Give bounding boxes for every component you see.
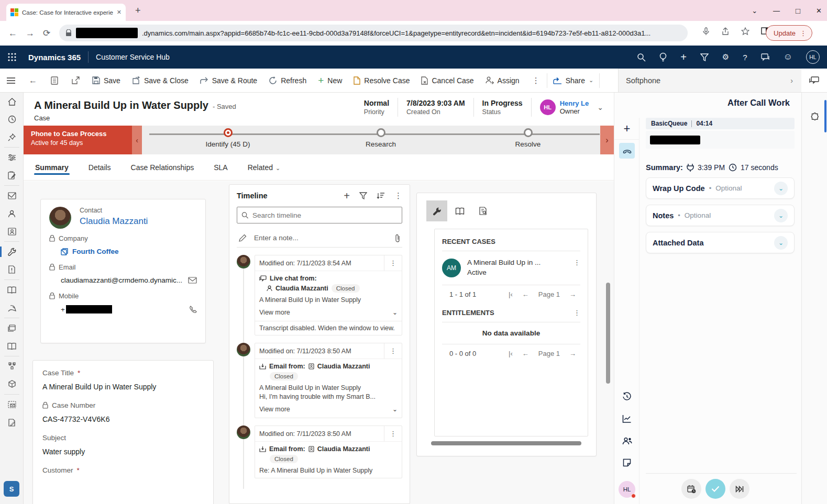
quick-create-plus-icon[interactable]: +	[680, 53, 687, 61]
cancel-case-button[interactable]: Cancel Case	[415, 69, 479, 93]
bpf-stage-dot[interactable]	[524, 128, 533, 137]
sidebar-item-templates[interactable]	[0, 413, 24, 431]
sidebar-item-articles[interactable]	[0, 319, 24, 337]
sidebar-item-dashboards[interactable]	[0, 149, 24, 166]
help-icon[interactable]: ?	[743, 53, 747, 62]
lightbulb-icon[interactable]	[659, 52, 667, 62]
settings-gear-icon[interactable]: ⚙	[722, 52, 729, 62]
chevron-down-icon[interactable]: ⌄	[774, 209, 788, 222]
timeline-sort-icon[interactable]	[377, 192, 385, 199]
timeline-filter-icon[interactable]	[359, 192, 367, 199]
sidebar-item-products[interactable]	[0, 375, 24, 393]
sidebar-item-mailboxes[interactable]	[0, 396, 24, 413]
sitemap-hamburger-icon[interactable]	[0, 69, 22, 93]
entry-more-icon[interactable]: ⋮	[384, 426, 402, 441]
nav-back-button[interactable]: ←	[22, 69, 44, 93]
sidebar-item-recent[interactable]	[0, 110, 24, 128]
tab-related[interactable]: Related⌄	[247, 156, 281, 179]
timeline-entry[interactable]: Modified on: 7/11/2023 8:54 AM ⋮ Live ch…	[237, 255, 402, 335]
sidebar-item-social[interactable]	[0, 299, 24, 317]
popout-icon[interactable]	[65, 69, 86, 93]
search-input[interactable]	[252, 211, 398, 219]
send-email-icon[interactable]	[188, 277, 197, 284]
softphone-header[interactable]: Softphone ›	[618, 69, 801, 93]
omnichannel-chat-corner[interactable]	[801, 69, 827, 93]
tab-details[interactable]: Details	[87, 156, 112, 179]
prev-page-icon[interactable]: ←	[522, 290, 529, 298]
new-tab-button[interactable]: +	[135, 5, 141, 16]
brand-title[interactable]: Dynamics 365	[28, 53, 81, 62]
history-icon[interactable]	[614, 386, 639, 408]
save-button[interactable]: Save	[86, 69, 126, 93]
back-icon[interactable]: ←	[8, 28, 17, 39]
timeline-search-box[interactable]	[237, 207, 402, 223]
contact-name-link[interactable]: Claudia Mazzanti	[80, 216, 197, 227]
sidebar-item-activities[interactable]	[0, 166, 24, 184]
bpf-stage-dot[interactable]	[224, 128, 233, 137]
contact-photo-avatar[interactable]	[49, 207, 71, 229]
sidebar-item-accounts[interactable]	[0, 205, 24, 222]
header-collapse-chevron-icon[interactable]: ⌄	[594, 103, 603, 111]
prev-page-icon[interactable]: ←	[522, 350, 529, 357]
next-page-icon[interactable]: →	[569, 290, 576, 298]
recent-case-title[interactable]: A Mineral Build Up in ...	[467, 259, 567, 266]
save-and-close-button[interactable]: Save & Close	[126, 69, 194, 93]
sidebar-item-entitlements[interactable]	[0, 357, 24, 375]
new-session-plus-icon[interactable]: +	[614, 118, 639, 140]
feedback-chat-icon[interactable]	[761, 53, 770, 61]
address-bar[interactable]: .dynamics.com/main.aspx?appid=6685b74b-f…	[59, 25, 688, 41]
case-number-value[interactable]: CAS-47732-V4V6K6	[42, 415, 204, 423]
filter-icon[interactable]	[700, 53, 709, 61]
recent-case-row[interactable]: AM A Mineral Build Up in ... Active ⋮	[435, 251, 588, 285]
next-page-icon[interactable]: →	[569, 350, 576, 357]
case-title-value[interactable]: A Mineral Build Up in Water Supply	[42, 383, 204, 391]
share-page-icon[interactable]	[721, 27, 730, 36]
notes-accordion[interactable]: Notes • Optional ⌄	[646, 205, 795, 226]
schedule-followup-button[interactable]	[681, 479, 701, 499]
owner-field[interactable]: HL Henry Le Owner	[532, 99, 594, 115]
apps-puzzle-tab[interactable]	[802, 104, 827, 128]
refresh-button[interactable]: Refresh	[263, 69, 312, 93]
customer-people-icon[interactable]	[614, 430, 639, 452]
active-call-session-tab[interactable]	[614, 140, 639, 162]
softphone-expand-chevron-icon[interactable]: ›	[790, 76, 793, 85]
chevron-down-icon[interactable]: ⌄	[774, 236, 788, 250]
window-maximize-icon[interactable]: □	[796, 6, 800, 15]
insights-chart-icon[interactable]	[614, 408, 639, 430]
forward-icon[interactable]: →	[26, 28, 35, 39]
tab-case-relationships[interactable]: Case Relationships	[130, 156, 195, 179]
save-and-route-button[interactable]: Save & Route	[194, 69, 263, 93]
sidebar-app-s-button[interactable]: S	[4, 481, 19, 497]
view-more-link[interactable]: View more	[259, 309, 290, 316]
waffle-icon[interactable]	[7, 52, 17, 62]
reload-icon[interactable]: ⟳	[43, 28, 50, 39]
app-name[interactable]: Customer Service Hub	[96, 53, 170, 61]
bpf-stage-research[interactable]: Research	[355, 128, 407, 148]
sidebar-item-pinned[interactable]	[0, 128, 24, 146]
first-page-icon[interactable]: |‹	[509, 350, 513, 357]
bpf-collapse-chevron[interactable]: ‹	[132, 126, 142, 154]
note-entry-row[interactable]: Enter a note...	[237, 229, 402, 248]
browser-menu-dots-icon[interactable]: ⋮	[800, 29, 807, 37]
paperclip-icon[interactable]	[395, 234, 400, 242]
tab-similar-cases-wrench[interactable]	[426, 200, 447, 221]
browser-update-button[interactable]: Update ⋮	[766, 25, 812, 41]
user-avatar[interactable]: HL	[806, 50, 820, 64]
sidebar-item-queue-items[interactable]	[0, 261, 24, 278]
sidebar-item-home[interactable]	[0, 93, 24, 110]
timeline-entry[interactable]: Modified on: 7/11/2023 8:50 AM ⋮ Email f…	[237, 425, 402, 478]
assign-button[interactable]: Assign	[480, 69, 525, 93]
bpf-stage-dot[interactable]	[377, 128, 385, 137]
wrap-up-code-accordion[interactable]: Wrap Up Code • Optional ⌄	[646, 177, 795, 199]
timeline-add-icon[interactable]: +	[344, 192, 350, 199]
tab-sla[interactable]: SLA	[213, 156, 228, 179]
first-page-icon[interactable]: |‹	[509, 290, 513, 298]
company-link[interactable]: Fourth Coffee	[61, 248, 119, 255]
sidebar-item-queues[interactable]	[0, 187, 24, 205]
entry-more-icon[interactable]: ⋮	[384, 255, 402, 271]
chevron-down-icon[interactable]: ⌄	[774, 182, 788, 195]
search-icon[interactable]	[637, 53, 646, 62]
timeline-entry[interactable]: Modified on: 7/11/2023 8:50 AM ⋮ Email f…	[237, 343, 402, 418]
entitlements-more-icon[interactable]: ⋮	[574, 309, 580, 317]
subject-value[interactable]: Water supply	[42, 447, 204, 456]
